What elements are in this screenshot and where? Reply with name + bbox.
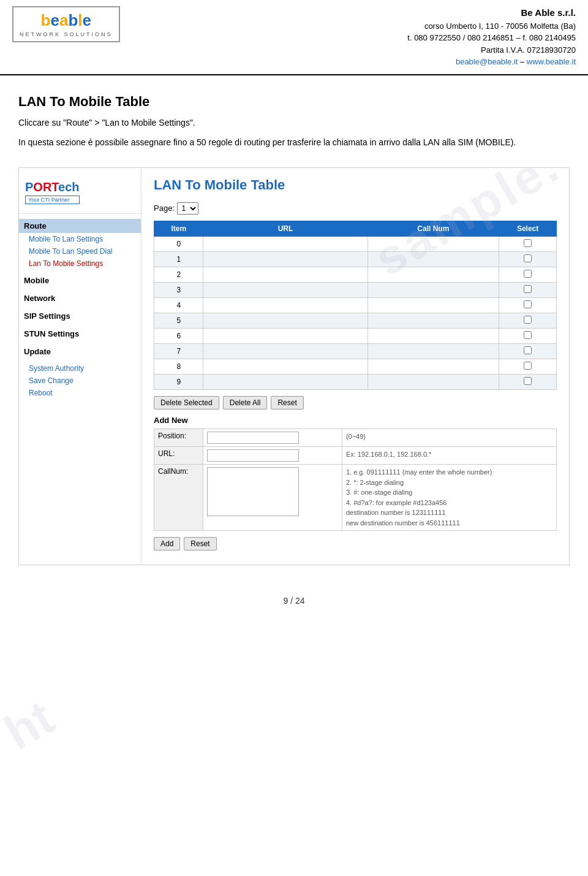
row-checkbox[interactable] bbox=[524, 316, 532, 324]
cell-select[interactable] bbox=[499, 237, 557, 252]
add-form-buttons: Add Reset bbox=[154, 537, 557, 550]
sidebar-section-route[interactable]: Route bbox=[19, 219, 141, 233]
company-info: Be Able s.r.l. corso Umberto I, 110 - 70… bbox=[407, 6, 576, 68]
cell-select[interactable] bbox=[499, 359, 557, 375]
page-number: 9 / 24 bbox=[283, 596, 304, 606]
portech-sub: Your CTI Partner bbox=[25, 196, 80, 204]
cell-url bbox=[203, 237, 368, 252]
logo-e1: e bbox=[50, 11, 59, 30]
cell-select[interactable] bbox=[499, 329, 557, 344]
col-url: URL bbox=[203, 221, 368, 237]
url-input-cell bbox=[203, 447, 342, 465]
company-name: Be Able s.r.l. bbox=[407, 6, 576, 20]
cell-url bbox=[203, 375, 368, 390]
page-footer: 9 / 24 bbox=[18, 584, 570, 618]
sidebar-item-system-authority[interactable]: System Authority bbox=[19, 362, 141, 375]
add-new-title: Add New bbox=[154, 416, 557, 425]
website-link[interactable]: www.beable.it bbox=[527, 57, 576, 66]
cell-item: 0 bbox=[154, 237, 203, 252]
page-label: Page: bbox=[154, 204, 175, 213]
reset-table-button[interactable]: Reset bbox=[271, 396, 303, 409]
cell-callnum bbox=[368, 237, 499, 252]
cell-url bbox=[203, 329, 368, 344]
table-row: 5 bbox=[154, 313, 557, 329]
sidebar-item-mobile-to-lan[interactable]: Mobile To Lan Settings bbox=[19, 233, 141, 245]
row-checkbox[interactable] bbox=[524, 377, 532, 385]
sidebar-section-sip[interactable]: SIP Settings bbox=[19, 309, 141, 323]
cell-select[interactable] bbox=[499, 375, 557, 390]
row-checkbox[interactable] bbox=[524, 346, 532, 354]
callnum-input-cell bbox=[203, 465, 342, 531]
cell-callnum bbox=[368, 375, 499, 390]
page-select[interactable]: 1 bbox=[177, 202, 198, 215]
callnum-input[interactable] bbox=[207, 467, 299, 516]
cell-callnum bbox=[368, 298, 499, 313]
cell-select[interactable] bbox=[499, 298, 557, 313]
delete-all-button[interactable]: Delete All bbox=[223, 396, 268, 409]
row-checkbox[interactable] bbox=[524, 270, 532, 278]
portech-ech: ech bbox=[58, 180, 79, 194]
table-row: 6 bbox=[154, 329, 557, 344]
panel-main: LAN To Mobile Table Page: 1 Item URL Cal… bbox=[141, 168, 569, 565]
table-row: 7 bbox=[154, 344, 557, 359]
col-select: Select bbox=[499, 221, 557, 237]
sidebar-item-reboot[interactable]: Reboot bbox=[19, 387, 141, 399]
table-row: 4 bbox=[154, 298, 557, 313]
portech-logo-text: PORTech Your CTI Partner bbox=[25, 180, 80, 204]
url-label: URL: bbox=[154, 447, 203, 465]
row-checkbox[interactable] bbox=[524, 239, 532, 247]
table-row: 1 bbox=[154, 252, 557, 267]
url-input[interactable] bbox=[207, 449, 299, 462]
position-input[interactable] bbox=[207, 432, 299, 444]
sidebar-section-stun[interactable]: STUN Settings bbox=[19, 327, 141, 341]
position-input-cell bbox=[203, 429, 342, 447]
add-button[interactable]: Add bbox=[154, 537, 180, 550]
row-checkbox[interactable] bbox=[524, 362, 532, 370]
table-row: 3 bbox=[154, 283, 557, 298]
company-partita: Partita I.V.A. 07218930720 bbox=[407, 44, 576, 56]
portech-logo: PORTech Your CTI Partner bbox=[19, 174, 141, 214]
email-link[interactable]: beable@beable.it bbox=[456, 57, 518, 66]
cell-item: 9 bbox=[154, 375, 203, 390]
sidebar-section-update[interactable]: Update bbox=[19, 345, 141, 359]
sidebar-section-network[interactable]: Network bbox=[19, 291, 141, 305]
portech-p: P bbox=[25, 180, 33, 194]
reset-form-button[interactable]: Reset bbox=[184, 537, 216, 550]
sidebar-item-save-change[interactable]: Save Change bbox=[19, 375, 141, 387]
portech-brand: PORTech bbox=[25, 180, 80, 194]
row-checkbox[interactable] bbox=[524, 331, 532, 339]
sidebar: PORTech Your CTI Partner Route Mobile To… bbox=[19, 168, 141, 565]
row-checkbox[interactable] bbox=[524, 254, 532, 262]
cell-select[interactable] bbox=[499, 283, 557, 298]
cell-url bbox=[203, 359, 368, 375]
delete-selected-button[interactable]: Delete Selected bbox=[154, 396, 219, 409]
separator: – bbox=[520, 57, 527, 66]
sidebar-item-lan-to-mobile[interactable]: Lan To Mobile Settings bbox=[19, 257, 141, 270]
cell-item: 6 bbox=[154, 329, 203, 344]
row-checkbox[interactable] bbox=[524, 285, 532, 293]
portech-ort: ORT bbox=[33, 180, 58, 194]
cell-select[interactable] bbox=[499, 267, 557, 283]
add-form-table: Position: (0~49) URL: Ex: 192.168.0.1, 1… bbox=[154, 428, 557, 531]
sidebar-item-mobile-to-lan-speed[interactable]: Mobile To Lan Speed Dial bbox=[19, 245, 141, 257]
sidebar-section-mobile[interactable]: Mobile bbox=[19, 273, 141, 288]
page-title: LAN To Mobile Table bbox=[18, 94, 570, 110]
table-row: 2 bbox=[154, 267, 557, 283]
logo-a: a bbox=[59, 11, 68, 30]
table-row: 8 bbox=[154, 359, 557, 375]
row-checkbox[interactable] bbox=[524, 300, 532, 308]
cell-item: 2 bbox=[154, 267, 203, 283]
position-hint: (0~49) bbox=[342, 429, 556, 447]
logo-e2: e bbox=[83, 11, 91, 30]
cell-callnum bbox=[368, 359, 499, 375]
cell-select[interactable] bbox=[499, 313, 557, 329]
panel-title: LAN To Mobile Table bbox=[154, 177, 557, 193]
cell-select[interactable] bbox=[499, 344, 557, 359]
cell-item: 8 bbox=[154, 359, 203, 375]
logo-bee: b e a b l e bbox=[41, 11, 91, 30]
cell-select[interactable] bbox=[499, 252, 557, 267]
cell-item: 3 bbox=[154, 283, 203, 298]
cell-callnum bbox=[368, 283, 499, 298]
page-selector: Page: 1 bbox=[154, 202, 557, 215]
cell-url bbox=[203, 252, 368, 267]
